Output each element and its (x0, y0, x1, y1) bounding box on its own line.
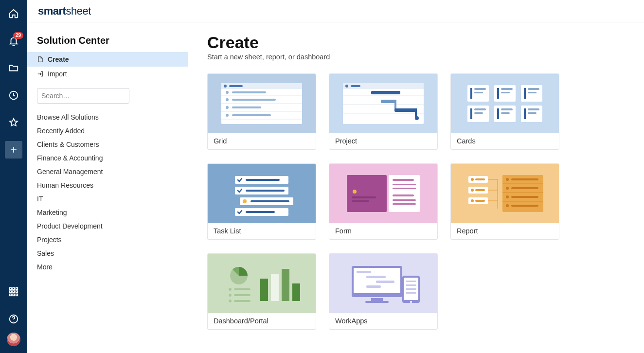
svg-point-70 (243, 199, 247, 203)
card-dashboard[interactable]: Dashboard/Portal (207, 253, 316, 330)
home-icon (8, 8, 19, 19)
svg-rect-65 (528, 112, 537, 114)
grid-thumb-icon (215, 79, 308, 128)
svg-rect-40 (415, 108, 417, 117)
svg-point-31 (345, 85, 348, 88)
svg-rect-3 (16, 288, 18, 290)
sidebar-title: Solution Center (37, 35, 178, 46)
rail-recents[interactable] (0, 82, 27, 109)
svg-rect-75 (347, 175, 387, 212)
svg-point-100 (506, 187, 509, 190)
cat-projects[interactable]: Projects (37, 236, 178, 244)
card-tasklist[interactable]: Task List (207, 163, 316, 240)
cat-product-development[interactable]: Product Development (37, 222, 178, 230)
svg-rect-74 (246, 211, 275, 213)
card-grid[interactable]: Grid (207, 73, 316, 150)
svg-rect-49 (497, 88, 499, 99)
svg-point-108 (229, 288, 232, 291)
svg-rect-8 (13, 294, 15, 296)
card-cards-thumb (451, 74, 559, 133)
svg-point-101 (506, 195, 509, 198)
svg-rect-27 (232, 106, 261, 108)
svg-point-128 (410, 301, 412, 303)
svg-rect-85 (393, 203, 416, 205)
card-grid-label: Grid (208, 133, 316, 149)
cards-thumb-icon (459, 79, 551, 128)
svg-rect-113 (234, 300, 250, 302)
svg-rect-61 (474, 112, 483, 114)
card-tasklist-thumb (208, 164, 316, 223)
rail-create-button[interactable] (5, 141, 22, 159)
sidebar-nav-create[interactable]: Create (27, 52, 188, 67)
search-input[interactable] (41, 92, 126, 100)
page-title: Create (207, 33, 625, 52)
rail-help[interactable] (0, 305, 27, 333)
svg-rect-123 (366, 276, 386, 278)
svg-rect-57 (501, 92, 510, 93)
cat-browse-all[interactable]: Browse All Solutions (37, 113, 178, 121)
cat-recently-added[interactable]: Recently Added (37, 127, 178, 135)
rail-notifications[interactable]: 29 (0, 27, 27, 54)
svg-rect-64 (528, 108, 539, 110)
card-project[interactable]: Project (329, 73, 438, 150)
svg-rect-28 (232, 114, 271, 116)
logo[interactable]: smartsheet (38, 5, 91, 18)
sidebar-nav: Create Import (27, 52, 188, 81)
svg-rect-9 (16, 294, 18, 296)
workapps-thumb-icon (337, 259, 429, 308)
page-subtitle: Start a new sheet, report, or dashboard (207, 53, 625, 61)
project-thumb-icon (337, 79, 429, 128)
svg-rect-4 (10, 291, 12, 293)
svg-point-112 (229, 300, 232, 302)
cat-general-management[interactable]: General Management (37, 168, 178, 176)
svg-rect-104 (511, 187, 538, 189)
logo-light: sheet (66, 5, 90, 17)
grid-icon (8, 286, 19, 297)
rail-apps[interactable] (0, 278, 27, 305)
card-dashboard-label: Dashboard/Portal (208, 313, 316, 329)
cat-sales[interactable]: Sales (37, 249, 178, 257)
user-avatar[interactable] (7, 333, 20, 346)
card-report[interactable]: Report (450, 163, 559, 240)
card-tasklist-label: Task List (208, 223, 316, 239)
content: Create Start a new sheet, report, or das… (188, 22, 644, 353)
svg-rect-2 (13, 288, 15, 290)
svg-rect-125 (366, 285, 381, 288)
svg-rect-105 (511, 196, 538, 198)
svg-rect-81 (393, 184, 416, 185)
cat-human-resources[interactable]: Human Resources (37, 181, 178, 189)
card-form[interactable]: Form (329, 163, 438, 240)
sidebar-nav-import[interactable]: Import (27, 67, 188, 81)
sidebar-nav-create-label: Create (48, 55, 69, 63)
cat-it[interactable]: IT (37, 195, 178, 203)
rail-favorites[interactable] (0, 109, 27, 136)
rail-home[interactable] (0, 0, 27, 27)
svg-rect-37 (381, 100, 395, 103)
cat-more[interactable]: More (37, 263, 178, 271)
cat-clients-customers[interactable]: Clients & Customers (37, 141, 178, 148)
rail-folder[interactable] (0, 54, 27, 82)
body: Solution Center Create Import Browse All… (27, 22, 644, 353)
search-box[interactable] (37, 88, 129, 104)
svg-rect-29 (343, 83, 424, 124)
svg-rect-121 (365, 301, 389, 303)
card-cards[interactable]: Cards (450, 73, 559, 150)
svg-rect-38 (394, 100, 396, 109)
svg-point-24 (226, 114, 229, 117)
card-grid-thumb (208, 74, 316, 133)
cat-marketing[interactable]: Marketing (37, 209, 178, 216)
card-workapps[interactable]: WorkApps (329, 253, 438, 330)
svg-rect-116 (282, 269, 289, 301)
svg-rect-78 (352, 200, 369, 202)
star-icon (8, 117, 19, 128)
svg-rect-51 (470, 108, 472, 119)
sheet-icon (37, 56, 44, 63)
clock-icon (8, 90, 19, 101)
svg-rect-55 (474, 92, 483, 93)
svg-rect-72 (246, 190, 285, 192)
sidebar: Solution Center Create Import Browse All… (27, 22, 188, 353)
cat-finance-accounting[interactable]: Finance & Accounting (37, 154, 178, 162)
card-report-label: Report (451, 223, 559, 239)
svg-rect-71 (246, 179, 280, 181)
svg-rect-132 (406, 292, 416, 294)
